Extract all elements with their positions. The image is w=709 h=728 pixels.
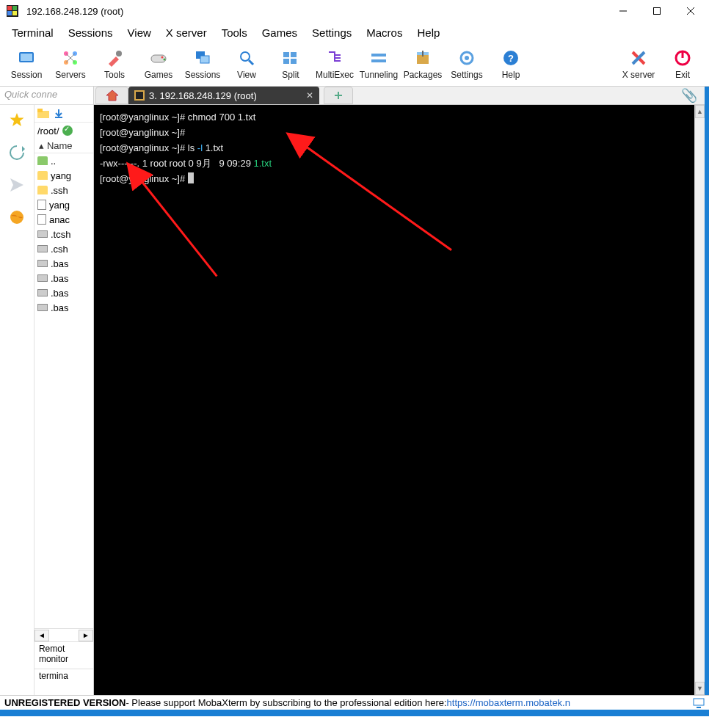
file-icon [37,200,46,210]
filetree-toolbar[interactable] [34,105,93,123]
folder-icon [37,171,48,180]
scroll-down-icon[interactable]: ▼ [695,682,705,695]
svg-marker-41 [10,113,23,126]
toolbar-help[interactable]: ?Help [489,45,533,84]
toolbar-sessions[interactable]: Sessions [181,45,225,84]
menu-xserver[interactable]: X server [159,23,214,42]
menu-terminal[interactable]: Terminal [4,23,61,42]
terminal-output[interactable]: [root@yanglinux ~]# chmod 700 1.txt [roo… [94,105,694,695]
scroll-right-icon[interactable]: ► [79,630,93,641]
footer-link[interactable]: https://mobaxterm.mobatek.n [447,697,570,708]
tab-strip: 3. 192.168.248.129 (root) ✕ 📎 [94,87,705,105]
folder-icon [37,186,48,194]
tab-close-icon[interactable]: ✕ [306,90,313,101]
filetree-item[interactable]: .bas [34,300,93,315]
settings-icon [458,49,476,67]
favorites-icon[interactable] [9,112,25,128]
toolbar-tools[interactable]: Tools [92,45,137,84]
toolbar-tunneling[interactable]: Tunneling [357,45,401,84]
toolbar-split[interactable]: Split [269,45,313,84]
toolbar-session[interactable]: Session [4,45,48,84]
terminal-icon [134,90,145,101]
toolbar-servers[interactable]: Servers [48,45,92,84]
plus-icon [333,90,343,101]
menu-sessions[interactable]: Sessions [61,23,120,42]
scroll-track[interactable] [695,118,705,682]
home-tab[interactable] [95,87,128,104]
terminal-vscroll[interactable]: ▲ ▼ [694,105,705,695]
right-edge-bar [705,87,709,695]
menu-view[interactable]: View [120,23,159,42]
filetree-path[interactable]: /root/ [34,123,93,139]
folder-up-icon [37,156,48,165]
svg-point-34 [465,56,469,60]
terminal-pane[interactable]: [root@yanglinux ~]# chmod 700 1.txt [roo… [94,105,705,695]
recycle-icon[interactable] [9,145,25,161]
menu-help[interactable]: Help [410,23,447,42]
close-button[interactable] [674,0,708,22]
filetree-header[interactable]: ▴ Name [34,139,93,153]
games-icon [150,49,167,67]
send-icon[interactable] [9,177,25,193]
filetree-item[interactable]: .tcsh [34,227,93,241]
filetree-item[interactable]: anac [34,212,93,227]
svg-rect-10 [21,54,32,61]
globe-icon[interactable] [9,209,25,225]
svg-line-24 [249,60,253,65]
folder-icon [37,109,49,119]
menu-settings[interactable]: Settings [305,23,359,42]
filetree-item[interactable]: .ssh [34,183,93,197]
maximize-button[interactable] [640,0,674,22]
file-icon [37,214,46,225]
toolbar-xserver[interactable]: X server [617,45,661,84]
svg-point-19 [161,56,164,58]
filetree-item-up[interactable]: .. [34,153,93,168]
packages-icon [414,49,432,67]
quick-connect-input[interactable]: Quick conne [0,87,93,105]
svg-rect-56 [694,699,704,705]
svg-point-20 [164,58,166,60]
menu-games[interactable]: Games [255,23,305,42]
terminal-tab[interactable]: termina [34,669,93,695]
minimize-button[interactable] [606,0,640,22]
scroll-left-icon[interactable]: ◄ [34,630,49,641]
menu-tools[interactable]: Tools [214,23,255,42]
toolbar-packages[interactable]: Packages [401,45,445,84]
footer-sys-icon [693,698,705,708]
main-area: Quick conne /root/ ▴ Name [0,87,709,695]
filetree-item[interactable]: .bas [34,285,93,300]
session-tab[interactable]: 3. 192.168.248.129 (root) ✕ [128,87,319,104]
toolbar-multiexec[interactable]: MultiExec [313,45,357,84]
filetree-item[interactable]: .bas [34,256,93,271]
remote-monitoring-tab[interactable]: Remot monitor [34,642,93,669]
filetree-header-name: Name [47,140,73,151]
footer-bar: UNREGISTERED VERSION - Please support Mo… [0,695,709,710]
svg-rect-25 [283,52,289,57]
hidden-file-icon [37,245,48,252]
svg-rect-6 [654,8,661,15]
taskbar-sliver [0,710,709,716]
new-tab-button[interactable] [324,87,353,104]
toolbar-games[interactable]: Games [137,45,181,84]
filetree-item[interactable]: .csh [34,241,93,256]
filetree-item[interactable]: yang [34,197,93,212]
filetree-hscroll[interactable]: ◄ ► [34,628,93,641]
tools-icon [106,49,123,67]
toolbar-view[interactable]: View [225,45,269,84]
paperclip-icon[interactable]: 📎 [681,87,697,103]
session-icon [18,49,35,67]
window-titlebar: 192.168.248.129 (root) [0,0,709,22]
file-tree-panel: /root/ ▴ Name .. yang .ssh yang anac .tc… [34,105,93,695]
filetree-item[interactable]: yang [34,168,93,183]
svg-marker-42 [22,146,25,152]
toolbar-settings[interactable]: Settings [445,45,489,84]
svg-point-23 [241,52,250,61]
scroll-up-icon[interactable]: ▲ [695,105,705,118]
svg-rect-28 [291,59,297,64]
menu-macros[interactable]: Macros [359,23,410,42]
tunneling-icon [370,49,388,67]
sort-caret-icon: ▴ [39,140,44,151]
filetree-item[interactable]: .bas [34,271,93,285]
hidden-file-icon [37,304,48,311]
toolbar-exit[interactable]: Exit [661,45,705,84]
